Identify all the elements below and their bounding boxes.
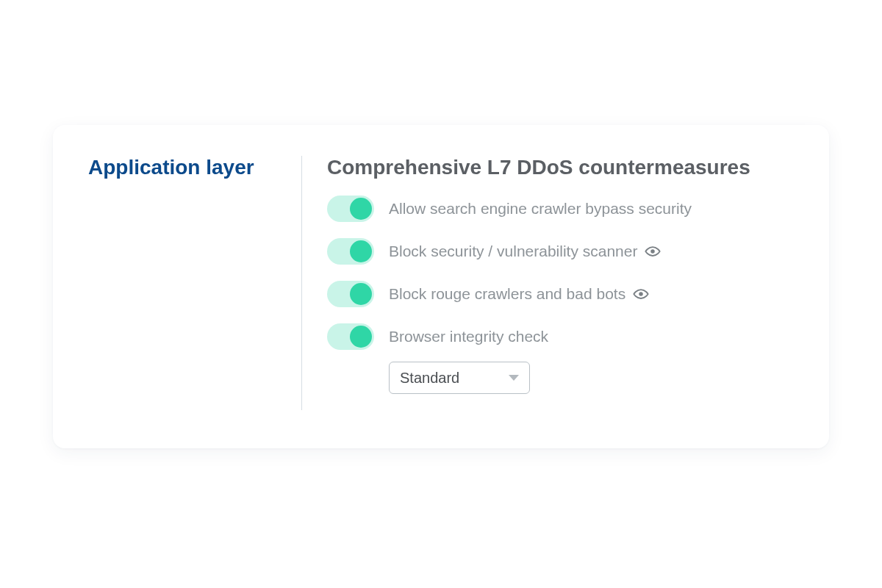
chevron-down-icon [509,375,519,381]
vertical-divider [301,156,302,410]
eye-icon[interactable] [633,286,649,302]
content-title: Comprehensive L7 DDoS countermeasures [327,156,794,179]
toggle-allow-crawler[interactable] [327,196,374,222]
setting-label: Allow search engine crawler bypass secur… [389,200,692,218]
setting-row-block-bots: Block rouge crawlers and bad bots [327,281,794,307]
setting-row-integrity-check: Browser integrity check [327,323,794,350]
setting-label: Block security / vulnerability scanner [389,243,661,260]
select-value: Standard [400,370,459,387]
setting-block-integrity: Browser integrity check Standard [327,323,794,394]
setting-label-text: Allow search engine crawler bypass secur… [389,200,692,218]
svg-point-1 [639,292,643,296]
svg-point-0 [651,249,656,254]
setting-label-text: Block security / vulnerability scanner [389,243,637,260]
toggle-block-bots[interactable] [327,281,374,307]
setting-row-allow-crawler: Allow search engine crawler bypass secur… [327,196,794,222]
sidebar: Application layer [88,156,301,410]
settings-card: Application layer Comprehensive L7 DDoS … [53,125,829,448]
toggle-block-scanner[interactable] [327,238,374,265]
sidebar-title: Application layer [88,156,279,179]
integrity-level-select[interactable]: Standard [389,362,530,394]
setting-label-text: Block rouge crawlers and bad bots [389,285,625,303]
toggle-integrity-check[interactable] [327,323,374,350]
setting-label: Block rouge crawlers and bad bots [389,285,649,303]
eye-icon[interactable] [645,243,661,259]
setting-row-block-scanner: Block security / vulnerability scanner [327,238,794,265]
setting-label: Browser integrity check [389,328,548,345]
content-panel: Comprehensive L7 DDoS countermeasures Al… [327,156,794,410]
setting-label-text: Browser integrity check [389,328,548,345]
